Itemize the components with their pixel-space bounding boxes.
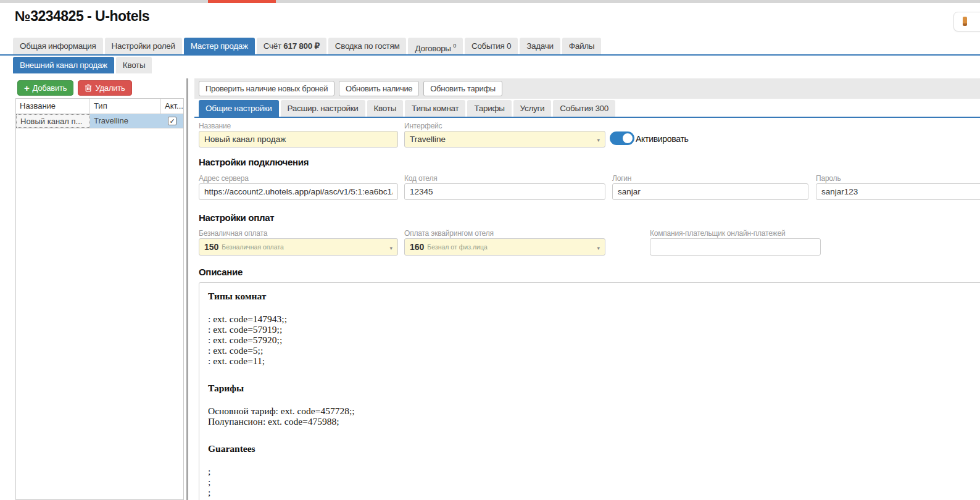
- interface-select[interactable]: Travelline ▾: [404, 131, 605, 148]
- cashless-payment-select[interactable]: 150 Безналичная оплата ▾: [199, 238, 398, 256]
- check-new-bookings-button[interactable]: Проверить наличие новых броней: [199, 81, 334, 96]
- loading-bar: [208, 0, 276, 3]
- online-payer-input[interactable]: [650, 238, 821, 256]
- cashless-payment-label: Безналичная оплата: [199, 229, 267, 238]
- row-cell-name[interactable]: Новый канал п...: [16, 114, 90, 128]
- description-heading-room-types: Типы комнат: [208, 291, 979, 302]
- tab-role-settings[interactable]: Настройки ролей: [105, 38, 182, 54]
- channels-table: Название Тип Акт... Новый канал п... Tra…: [15, 98, 184, 500]
- contracts-count-badge: 0: [453, 43, 456, 49]
- panel-splitter[interactable]: [186, 78, 188, 500]
- app-window: №3234825 - U-hotels Общая информация Нас…: [0, 0, 980, 500]
- corner-action-button[interactable]: [953, 12, 980, 31]
- acquiring-payment-select[interactable]: 160 Безнал от физ.лица ▾: [404, 238, 605, 256]
- update-rates-button[interactable]: Обновить тарифы: [423, 81, 502, 96]
- description-line: ;: [208, 477, 979, 487]
- login-input[interactable]: [612, 183, 808, 200]
- password-input[interactable]: [816, 183, 980, 200]
- delete-channel-button[interactable]: Удалить: [78, 80, 131, 96]
- activate-toggle-label[interactable]: Активировать: [636, 134, 689, 144]
- description-line: Основной тариф: ext. code=457728;;: [208, 406, 979, 416]
- plus-icon: +: [24, 83, 30, 93]
- name-field-label: Название: [199, 122, 231, 130]
- login-label: Логин: [612, 174, 631, 183]
- main-tab-bar: Общая информация Настройки ролей Мастер …: [13, 38, 601, 54]
- channel-toolbar: Проверить наличие новых броней Обновить …: [194, 78, 980, 99]
- description-line: : ext. code=57919;;: [208, 324, 979, 335]
- chevron-down-icon: ▾: [389, 245, 392, 251]
- hotel-code-input[interactable]: [404, 183, 605, 200]
- tab-room-types[interactable]: Типы комнат: [405, 100, 465, 117]
- add-channel-button[interactable]: + Добавить: [17, 80, 73, 96]
- description-line: : ext. code=147943;;: [208, 314, 979, 324]
- description-heading-rates: Тарифы: [208, 383, 979, 394]
- tab-general-settings[interactable]: Общие настройки: [199, 100, 279, 117]
- tab-events-300[interactable]: События 300: [553, 100, 615, 117]
- tab-settings-quotas[interactable]: Квоты: [367, 100, 403, 117]
- hotel-code-label: Код отеля: [404, 174, 437, 183]
- tab-external-sales-channel[interactable]: Внешний канал продаж: [13, 57, 114, 73]
- tab-general-info[interactable]: Общая информация: [13, 38, 103, 54]
- active-checkbox[interactable]: ✓: [168, 117, 176, 125]
- description-line: Полупансион: ext. code=475988;: [208, 416, 979, 427]
- tab-services[interactable]: Услуги: [513, 100, 552, 117]
- sub-tab-bar: Внешний канал продаж Квоты: [13, 57, 152, 73]
- browser-top-strip: [0, 0, 980, 3]
- channel-name-input[interactable]: [199, 131, 398, 148]
- column-header-name[interactable]: Название: [16, 99, 90, 114]
- description-editor[interactable]: Типы комнат : ext. code=147943;; : ext. …: [199, 282, 980, 500]
- settings-tab-underline: [194, 117, 980, 118]
- activate-toggle[interactable]: [610, 131, 634, 145]
- column-header-type[interactable]: Тип: [90, 99, 161, 114]
- tab-events[interactable]: События 0: [465, 38, 518, 54]
- corner-button-icon: [963, 17, 967, 26]
- tab-contracts[interactable]: Договоры 0: [408, 38, 462, 54]
- online-payer-label: Компания-плательщик онлайн-платежей: [650, 229, 785, 238]
- tab-tasks[interactable]: Задачи: [520, 38, 560, 54]
- description-line: : ext. code=11;: [208, 356, 979, 366]
- description-heading-guarantees: Guarantees: [208, 443, 979, 454]
- tab-quotas[interactable]: Квоты: [116, 57, 152, 73]
- description-line: : ext. code=5;;: [208, 345, 979, 356]
- invoice-amount: 617 800 ₽: [283, 41, 319, 51]
- check-icon: ✓: [169, 117, 175, 125]
- channels-table-header: Название Тип Акт...: [16, 99, 183, 114]
- channel-list-actions: + Добавить Удалить: [17, 80, 132, 96]
- acquiring-payment-label: Оплата эквайрингом отеля: [404, 229, 494, 238]
- tab-guest-summary[interactable]: Сводка по гостям: [328, 38, 407, 54]
- chevron-down-icon: ▾: [597, 245, 600, 251]
- description-line: : ext. code=57920;;: [208, 335, 979, 345]
- tab-files[interactable]: Файлы: [562, 38, 601, 54]
- trash-icon: [85, 84, 92, 92]
- table-row[interactable]: Новый канал п... Travelline ✓: [16, 114, 183, 128]
- tab-advanced-settings[interactable]: Расшир. настройки: [281, 100, 365, 117]
- description-section-title: Описание: [199, 267, 243, 277]
- payments-section-title: Настройки оплат: [199, 212, 274, 223]
- server-address-label: Адрес сервера: [199, 174, 249, 183]
- server-address-input[interactable]: [199, 183, 398, 200]
- chevron-down-icon: ▾: [597, 137, 600, 143]
- column-header-active[interactable]: Акт...: [161, 99, 183, 114]
- page-title: №3234825 - U-hotels: [15, 8, 149, 25]
- settings-tab-bar: Общие настройки Расшир. настройки Квоты …: [199, 100, 615, 117]
- row-cell-type[interactable]: Travelline: [90, 114, 161, 128]
- connection-section-title: Настройки подключения: [199, 157, 309, 167]
- update-availability-button[interactable]: Обновить наличие: [339, 81, 419, 96]
- row-cell-active: ✓: [161, 114, 183, 128]
- password-label: Пароль: [816, 174, 841, 183]
- tab-rates[interactable]: Тарифы: [467, 100, 511, 117]
- tab-sales-master[interactable]: Мастер продаж: [184, 38, 255, 54]
- toggle-knob: [621, 132, 634, 144]
- description-line: ;: [208, 487, 979, 498]
- interface-field-label: Интерфейс: [404, 122, 442, 130]
- description-line: ;: [208, 466, 979, 477]
- tab-invoice[interactable]: Счёт 617 800 ₽: [257, 38, 326, 54]
- main-tab-underline: [0, 54, 980, 56]
